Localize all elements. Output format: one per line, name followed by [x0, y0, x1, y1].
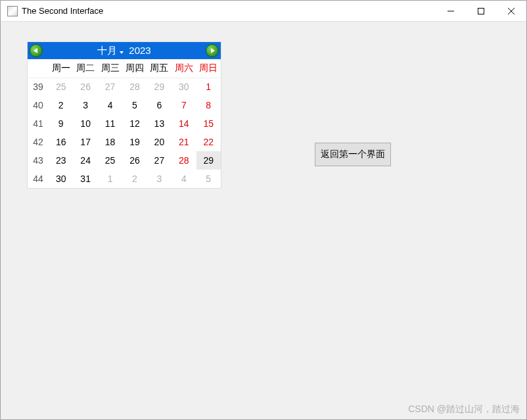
day-header-weekend: 周六 — [172, 59, 196, 78]
minimize-icon — [447, 8, 454, 14]
maximize-icon — [478, 8, 484, 14]
week-header — [28, 59, 49, 78]
day-cell[interactable]: 8 — [196, 96, 221, 114]
next-month-button[interactable] — [206, 44, 219, 57]
day-cell[interactable]: 27 — [98, 78, 122, 96]
day-cell[interactable]: 28 — [172, 151, 196, 170]
day-cell[interactable]: 21 — [172, 133, 196, 151]
calendar-row: 392526272829301 — [28, 78, 221, 96]
maximize-button[interactable] — [466, 1, 496, 21]
arrow-right-icon — [210, 48, 215, 53]
day-cell[interactable]: 18 — [98, 133, 122, 151]
day-cell[interactable]: 1 — [98, 170, 122, 188]
day-cell[interactable]: 6 — [147, 96, 172, 114]
day-cell[interactable]: 26 — [73, 78, 97, 96]
calendar-widget: 十月 2023 周一 周二 周三 周四 周五 周六 — [27, 41, 221, 189]
minimize-button[interactable] — [436, 1, 466, 21]
week-number: 42 — [28, 133, 49, 151]
calendar-row: 44303112345 — [28, 170, 221, 188]
calendar-grid: 周一 周二 周三 周四 周五 周六 周日 3925262728293014023… — [28, 59, 221, 188]
day-header: 周二 — [73, 59, 97, 78]
week-number: 44 — [28, 170, 49, 188]
day-header: 周三 — [98, 59, 122, 78]
calendar-header: 十月 2023 — [28, 42, 221, 59]
month-select[interactable]: 十月 — [97, 45, 122, 57]
week-number: 40 — [28, 96, 49, 114]
day-header: 周四 — [122, 59, 147, 78]
app-icon — [7, 6, 18, 16]
day-header-weekend: 周日 — [196, 59, 221, 78]
watermark: CSDN @踏过山河，踏过海 — [408, 404, 520, 415]
svg-marker-5 — [211, 48, 215, 53]
calendar-row: 419101112131415 — [28, 114, 221, 133]
close-icon — [508, 8, 515, 14]
day-cell[interactable]: 29 — [196, 151, 221, 170]
arrow-left-icon — [34, 48, 39, 53]
day-header: 周一 — [49, 59, 73, 78]
day-cell[interactable]: 1 — [196, 78, 221, 96]
day-header-row: 周一 周二 周三 周四 周五 周六 周日 — [28, 59, 221, 78]
return-button-label: 返回第一个界面 — [321, 149, 385, 160]
svg-marker-4 — [34, 48, 37, 53]
day-cell[interactable]: 10 — [73, 114, 97, 133]
week-number: 39 — [28, 78, 49, 96]
day-cell[interactable]: 4 — [172, 170, 196, 188]
day-cell[interactable]: 14 — [172, 114, 196, 133]
calendar-row: 4216171819202122 — [28, 133, 221, 151]
day-cell[interactable]: 29 — [147, 78, 172, 96]
day-cell[interactable]: 16 — [49, 133, 73, 151]
client-area: 十月 2023 周一 周二 周三 周四 周五 周六 — [1, 22, 526, 419]
day-cell[interactable]: 7 — [172, 96, 196, 114]
day-cell[interactable]: 23 — [49, 151, 73, 170]
day-cell[interactable]: 12 — [122, 114, 147, 133]
close-button[interactable] — [496, 1, 526, 21]
day-cell[interactable]: 11 — [98, 114, 122, 133]
day-cell[interactable]: 30 — [172, 78, 196, 96]
day-cell[interactable]: 15 — [196, 114, 221, 133]
day-cell[interactable]: 17 — [73, 133, 97, 151]
day-cell[interactable]: 31 — [73, 170, 97, 188]
app-window: The Second Interface 十月 2023 — [0, 0, 527, 420]
day-cell[interactable]: 13 — [147, 114, 172, 133]
day-cell[interactable]: 27 — [147, 151, 172, 170]
window-title: The Second Interface — [22, 6, 103, 16]
year-select[interactable]: 2023 — [129, 45, 150, 56]
week-number: 41 — [28, 114, 49, 133]
svg-rect-1 — [478, 8, 484, 14]
day-cell[interactable]: 25 — [49, 78, 73, 96]
week-number: 43 — [28, 151, 49, 170]
day-cell[interactable]: 22 — [196, 133, 221, 151]
titlebar: The Second Interface — [1, 1, 526, 22]
day-cell[interactable]: 24 — [73, 151, 97, 170]
day-cell[interactable]: 30 — [49, 170, 73, 188]
day-cell[interactable]: 4 — [98, 96, 122, 114]
day-cell[interactable]: 9 — [49, 114, 73, 133]
day-cell[interactable]: 2 — [49, 96, 73, 114]
calendar-row: 4323242526272829 — [28, 151, 221, 170]
day-cell[interactable]: 5 — [122, 96, 147, 114]
day-cell[interactable]: 19 — [122, 133, 147, 151]
prev-month-button[interactable] — [30, 44, 43, 57]
day-cell[interactable]: 3 — [147, 170, 172, 188]
day-cell[interactable]: 28 — [122, 78, 147, 96]
day-cell[interactable]: 20 — [147, 133, 172, 151]
day-cell[interactable]: 5 — [196, 170, 221, 188]
day-cell[interactable]: 2 — [122, 170, 147, 188]
day-cell[interactable]: 3 — [73, 96, 97, 114]
day-cell[interactable]: 26 — [122, 151, 147, 170]
calendar-row: 402345678 — [28, 96, 221, 114]
day-cell[interactable]: 25 — [98, 151, 122, 170]
day-header: 周五 — [147, 59, 172, 78]
return-button[interactable]: 返回第一个界面 — [315, 143, 391, 166]
